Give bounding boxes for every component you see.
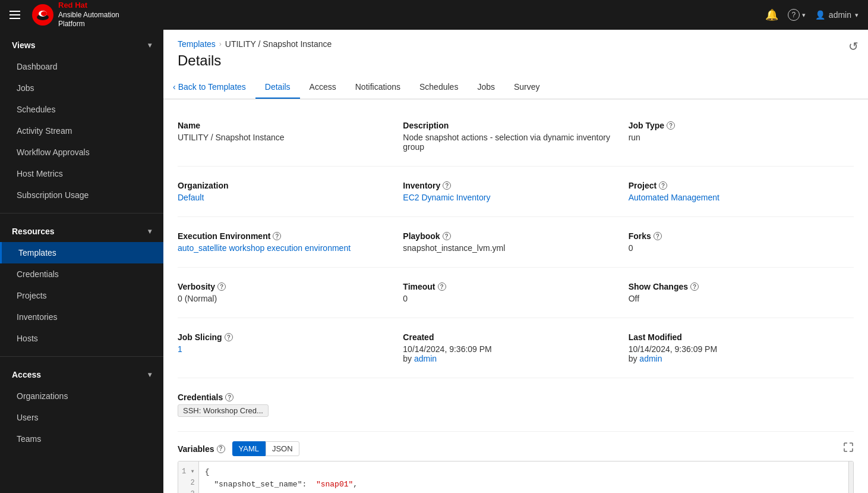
execution-env-help-icon[interactable]: ? [273, 232, 281, 240]
last-modified-label: Last Modified [629, 332, 844, 342]
tab-details[interactable]: Details [255, 76, 300, 99]
detail-row-4: Verbosity ? 0 (Normal) Timeout ? 0 [178, 268, 854, 318]
playbook-help-icon[interactable]: ? [443, 232, 451, 240]
sidebar-item-schedules[interactable]: Schedules [0, 99, 163, 120]
timeout-label: Timeout ? [403, 282, 618, 291]
job-type-help-icon[interactable]: ? [667, 121, 675, 130]
playbook-value: snapshot_instance_lvm.yml [403, 243, 618, 253]
hamburger-menu[interactable] [10, 11, 20, 19]
breadcrumb-templates-link[interactable]: Templates [178, 39, 216, 49]
last-modified-by-link[interactable]: admin [639, 354, 662, 363]
yaml-format-button[interactable]: YAML [232, 441, 266, 456]
detail-inventory: Inventory ? EC2 Dynamic Inventory [403, 174, 628, 209]
detail-job-slicing: Job Slicing ? 1 [178, 325, 403, 370]
sidebar-item-templates[interactable]: Templates [0, 242, 163, 263]
credentials-badge: SSH: Workshop Cred... [178, 404, 269, 417]
tabs-bar: ‹ Back to Templates Details Access Notif… [163, 76, 868, 99]
verbosity-help-icon[interactable]: ? [217, 282, 226, 291]
show-changes-label: Show Changes ? [629, 282, 844, 291]
sidebar-item-inventories[interactable]: Inventories [0, 306, 163, 328]
user-menu[interactable]: 👤 admin ▾ [815, 10, 858, 20]
history-button[interactable]: ↺ [848, 39, 858, 54]
organization-link[interactable]: Default [178, 193, 204, 202]
sidebar-resources-header[interactable]: Resources ▾ [0, 221, 163, 242]
last-modified-value: 10/14/2024, 9:36:09 PM by admin [629, 344, 844, 363]
sidebar-item-jobs[interactable]: Jobs [0, 77, 163, 99]
tab-schedules[interactable]: Schedules [410, 76, 468, 99]
topnav: Red Hat Ansible Automation Platform 🔔 ? … [0, 0, 868, 30]
sidebar-item-organizations[interactable]: Organizations [0, 385, 163, 407]
sidebar-access-header[interactable]: Access ▾ [0, 364, 163, 385]
show-changes-help-icon[interactable]: ? [690, 282, 699, 291]
timeout-help-icon[interactable]: ? [438, 282, 446, 291]
detail-created: Created 10/14/2024, 9:36:09 PM by admin [403, 325, 628, 370]
credentials-help-icon[interactable]: ? [225, 393, 233, 401]
sidebar-item-users[interactable]: Users [0, 407, 163, 428]
resources-chevron-icon: ▾ [148, 227, 151, 235]
job-slicing-label: Job Slicing ? [178, 332, 393, 342]
sidebar-item-hosts[interactable]: Hosts [0, 328, 163, 349]
job-slicing-help-icon[interactable]: ? [225, 333, 233, 341]
detail-timeout: Timeout ? 0 [403, 275, 628, 310]
help-button[interactable]: ? ▾ [788, 9, 806, 21]
breadcrumb-current: UTILITY / Snapshot Instance [225, 39, 332, 49]
execution-env-link[interactable]: auto_satellite workshop execution enviro… [178, 243, 351, 253]
back-chevron-icon: ‹ [173, 82, 176, 92]
detail-execution-env: Execution Environment ? auto_satellite w… [178, 224, 403, 260]
sidebar-item-activity-stream[interactable]: Activity Stream [0, 120, 163, 142]
detail-row-3: Execution Environment ? auto_satellite w… [178, 217, 854, 268]
detail-row-1: Name UTILITY / Snapshot Instance Descrip… [178, 114, 854, 167]
tab-back-to-templates[interactable]: ‹ Back to Templates [163, 76, 255, 99]
sidebar-item-workflow-approvals[interactable]: Workflow Approvals [0, 142, 163, 163]
project-help-icon[interactable]: ? [659, 181, 667, 190]
variables-help-icon[interactable]: ? [217, 445, 225, 453]
detail-project: Project ? Automated Management [629, 174, 854, 209]
detail-row-6: Credentials ? SSH: Workshop Cred... [178, 378, 854, 432]
created-value: 10/14/2024, 9:36:09 PM by admin [403, 344, 618, 363]
sidebar-item-host-metrics[interactable]: Host Metrics [0, 163, 163, 184]
notification-button[interactable]: 🔔 [765, 8, 778, 21]
tab-jobs[interactable]: Jobs [468, 76, 504, 99]
forks-label: Forks ? [629, 231, 844, 241]
sidebar-item-teams[interactable]: Teams [0, 428, 163, 450]
json-format-button[interactable]: JSON [266, 441, 299, 456]
organization-value: Default [178, 193, 393, 202]
inventory-link[interactable]: EC2 Dynamic Inventory [403, 193, 490, 202]
job-slicing-link[interactable]: 1 [178, 344, 182, 354]
sidebar-item-subscription-usage[interactable]: Subscription Usage [0, 184, 163, 206]
expand-icon [843, 442, 854, 453]
project-link[interactable]: Automated Management [629, 193, 719, 202]
sidebar-item-dashboard[interactable]: Dashboard [0, 56, 163, 77]
detail-description: Description Node snapshot actions - sele… [403, 114, 628, 159]
page-title: Details [178, 52, 854, 76]
sidebar-item-credentials[interactable]: Credentials [0, 263, 163, 285]
forks-help-icon[interactable]: ? [654, 232, 662, 240]
tab-notifications[interactable]: Notifications [346, 76, 410, 99]
inventory-help-icon[interactable]: ? [443, 181, 451, 190]
expand-variables-button[interactable] [843, 442, 854, 456]
name-value: UTILITY / Snapshot Instance [178, 133, 393, 142]
user-icon: 👤 [815, 10, 825, 20]
job-type-label: Job Type ? [629, 121, 844, 130]
access-chevron-icon: ▾ [148, 370, 151, 379]
created-label: Created [403, 332, 618, 342]
variables-header: Variables ? YAML JSON [178, 441, 854, 456]
organization-label: Organization [178, 181, 393, 190]
job-slicing-value: 1 [178, 344, 393, 354]
tab-access[interactable]: Access [300, 76, 346, 99]
playbook-label: Playbook ? [403, 231, 618, 241]
sidebar-resources-section: Resources ▾ Templates Credentials Projec… [0, 216, 163, 354]
breadcrumb: Templates › UTILITY / Snapshot Instance [178, 39, 854, 49]
tab-survey[interactable]: Survey [504, 76, 550, 99]
detail-playbook: Playbook ? snapshot_instance_lvm.yml [403, 224, 628, 260]
execution-env-label: Execution Environment ? [178, 231, 393, 241]
sidebar-item-projects[interactable]: Projects [0, 285, 163, 306]
sidebar-access-section: Access ▾ Organizations Users Teams [0, 359, 163, 454]
scrollbar[interactable] [848, 461, 853, 493]
job-type-value: run [629, 133, 844, 142]
sidebar-views-header[interactable]: Views ▾ [0, 34, 163, 56]
created-by-link[interactable]: admin [414, 354, 437, 363]
details-content: Name UTILITY / Snapshot Instance Descrip… [163, 99, 868, 493]
code-editor[interactable]: 1 ▾ 2 3 4 5 { "snapshot_set_name": "snap… [178, 461, 854, 493]
brand-subtitle: Ansible Automation Platform [58, 11, 119, 29]
